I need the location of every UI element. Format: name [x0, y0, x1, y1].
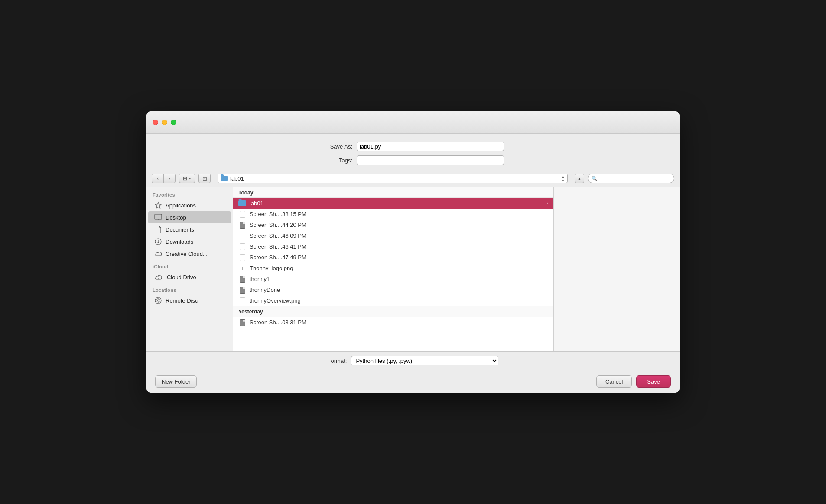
applications-label: Applications — [166, 202, 196, 209]
format-bar: Format: Python files (.py, .pyw) All fil… — [146, 352, 680, 370]
svg-rect-0 — [155, 214, 162, 219]
file-item-screen5[interactable]: Screen Sh....47.49 PM — [233, 252, 553, 263]
file-icon-screen1 — [238, 211, 246, 217]
bottom-bar: New Folder Cancel Save — [146, 370, 680, 393]
save-as-label: Save As: — [322, 143, 352, 150]
favorites-label: Favorites — [146, 192, 233, 199]
applications-icon — [154, 201, 162, 209]
locations-label: Locations — [146, 288, 233, 294]
file-name: thonnyDone — [250, 287, 280, 293]
downloads-label: Downloads — [166, 239, 193, 245]
file-icon-thonnydone — [238, 287, 246, 293]
remote-disc-label: Remote Disc — [166, 297, 198, 304]
file-name: Screen Sh....03.31 PM — [250, 319, 306, 326]
icloud-label: iCloud — [146, 264, 233, 271]
file-item-thonnyoverview[interactable]: thonnyOverview.png — [233, 295, 553, 306]
chevron-right-icon: › — [547, 201, 548, 206]
documents-label: Documents — [166, 226, 194, 233]
save-area: Save As: Tags: — [146, 134, 680, 170]
forward-icon: › — [169, 175, 170, 181]
creative-cloud-icon — [154, 250, 162, 258]
save-button[interactable]: Save — [636, 375, 671, 388]
file-name: Screen Sh....46.41 PM — [250, 243, 306, 250]
downloads-icon — [154, 238, 162, 246]
tags-row: Tags: — [155, 155, 671, 165]
yesterday-header: Yesterday — [233, 306, 553, 317]
sidebar-item-creative-cloud[interactable]: Creative Cloud... — [148, 248, 231, 260]
close-button[interactable] — [153, 120, 158, 125]
file-item-screen-yes1[interactable]: Screen Sh....03.31 PM — [233, 317, 553, 328]
save-as-row: Save As: — [155, 142, 671, 151]
location-folder-icon — [221, 176, 228, 181]
file-item-screen4[interactable]: Screen Sh....46.41 PM — [233, 241, 553, 252]
file-item-thonny1[interactable]: thonny1 — [233, 274, 553, 284]
creative-cloud-label: Creative Cloud... — [166, 251, 208, 257]
toolbar: ‹ › ⊞ ▾ ⊡ lab01 ▲ ▼ ▲ 🔍 — [146, 170, 680, 187]
file-icon-screen4 — [238, 244, 246, 250]
folder-icon — [238, 200, 246, 207]
file-name: Screen Sh....46.09 PM — [250, 233, 306, 239]
icloud-drive-label: iCloud Drive — [166, 274, 196, 281]
tags-label: Tags: — [322, 157, 352, 164]
minimize-button[interactable] — [162, 120, 167, 125]
nav-group: ‹ › — [152, 174, 176, 183]
back-button[interactable]: ‹ — [152, 174, 164, 183]
new-folder-icon: ⊡ — [202, 175, 207, 182]
traffic-lights — [153, 120, 176, 125]
file-name: Screen Sh....38.15 PM — [250, 211, 306, 217]
file-list: Today lab01 › Screen Sh....38.15 PM — [233, 187, 554, 351]
file-item-screen1[interactable]: Screen Sh....38.15 PM — [233, 209, 553, 220]
save-as-input[interactable] — [357, 142, 504, 151]
forward-button[interactable]: › — [163, 174, 176, 183]
file-name: Screen Sh....44.20 PM — [250, 222, 306, 228]
title-bar — [146, 111, 680, 134]
file-name: lab01 — [250, 200, 263, 207]
sidebar-item-icloud-drive[interactable]: iCloud Drive — [148, 271, 231, 283]
sidebar-item-desktop[interactable]: Desktop — [148, 211, 231, 223]
svg-point-7 — [157, 300, 159, 301]
expand-button[interactable]: ▲ — [575, 174, 584, 183]
new-folder-toolbar-button[interactable]: ⊡ — [198, 174, 211, 183]
file-icon-thonnyoverview — [238, 298, 246, 304]
action-buttons: Cancel Save — [596, 375, 671, 388]
file-name: Screen Sh....47.49 PM — [250, 254, 306, 261]
file-item-lab01[interactable]: lab01 › — [233, 198, 553, 209]
sidebar-item-applications[interactable]: Applications — [148, 199, 231, 211]
search-input[interactable] — [600, 175, 670, 181]
location-content: lab01 — [221, 175, 244, 182]
file-item-thonny-logo[interactable]: T Thonny_logo.png — [233, 263, 553, 274]
file-name: Thonny_logo.png — [250, 265, 293, 271]
remote-disc-icon — [154, 297, 162, 304]
search-bar[interactable]: 🔍 — [588, 174, 674, 183]
new-folder-button[interactable]: New Folder — [155, 375, 197, 388]
file-icon-screen5 — [238, 255, 246, 261]
search-icon: 🔍 — [592, 176, 598, 181]
view-icon: ⊞ — [183, 175, 187, 181]
file-icon-screen-yes1 — [238, 320, 246, 326]
cancel-button[interactable]: Cancel — [596, 375, 632, 388]
expand-icon: ▲ — [577, 176, 582, 181]
format-label: Format: — [328, 358, 347, 364]
location-bar[interactable]: lab01 ▲ ▼ — [218, 174, 568, 183]
desktop-label: Desktop — [166, 214, 186, 221]
maximize-button[interactable] — [171, 120, 176, 125]
file-item-screen3[interactable]: Screen Sh....46.09 PM — [233, 230, 553, 241]
svg-point-8 — [156, 299, 160, 303]
file-icon-thonny-logo: T — [238, 265, 246, 271]
back-icon: ‹ — [157, 175, 159, 181]
file-icon-screen2 — [238, 222, 246, 228]
icloud-drive-icon — [154, 273, 162, 281]
file-name: thonny1 — [250, 276, 270, 282]
view-chevron-icon: ▾ — [189, 176, 191, 181]
desktop-icon — [154, 213, 162, 221]
sidebar-item-downloads[interactable]: Downloads — [148, 236, 231, 248]
format-select[interactable]: Python files (.py, .pyw) All files — [351, 356, 498, 365]
file-icon-screen3 — [238, 233, 246, 239]
main-content: Favorites Applications Deskto — [146, 187, 680, 352]
view-toggle-button[interactable]: ⊞ ▾ — [179, 174, 195, 183]
sidebar-item-documents[interactable]: Documents — [148, 223, 231, 236]
file-item-screen2[interactable]: Screen Sh....44.20 PM — [233, 220, 553, 230]
tags-input[interactable] — [357, 155, 504, 165]
sidebar-item-remote-disc[interactable]: Remote Disc — [148, 294, 231, 307]
file-item-thonnydone[interactable]: thonnyDone — [233, 284, 553, 295]
